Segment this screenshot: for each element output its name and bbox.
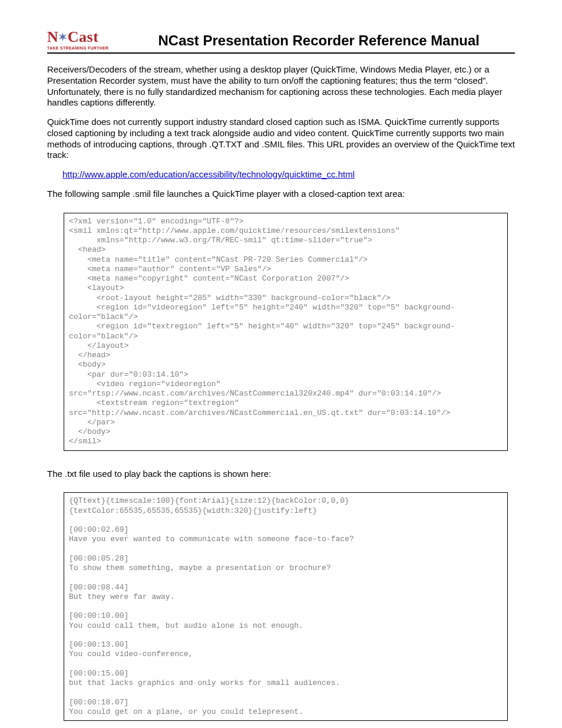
page: N✶Cast TAKE STREAMING FURTHER NCast Pres… [0,0,562,728]
quicktime-cc-link[interactable]: http://www.apple.com/education/accessibi… [62,169,355,179]
brand-logo: N✶Cast TAKE STREAMING FURTHER [47,28,108,50]
page-header: N✶Cast TAKE STREAMING FURTHER NCast Pres… [47,28,515,54]
page-title: NCast Presentation Recorder Reference Ma… [123,32,515,50]
paragraph-4: The .txt file used to play back the capt… [47,469,515,480]
logo-text: N✶Cast [47,28,108,46]
link-line: http://www.apple.com/education/accessibi… [47,169,515,180]
paragraph-1: Receivers/Decoders of the stream, whethe… [47,64,515,108]
paragraph-2: QuickTime does not currently support ind… [47,117,515,161]
paragraph-3: The following sample .smil file launches… [47,189,515,200]
logo-tagline: TAKE STREAMING FURTHER [47,46,108,50]
code-block-txt: {QTtext}{timescale:100}{font:Arial}{size… [64,492,508,721]
code-block-smil: <?xml version="1.0" encoding="UTF-8"?> <… [64,213,508,451]
